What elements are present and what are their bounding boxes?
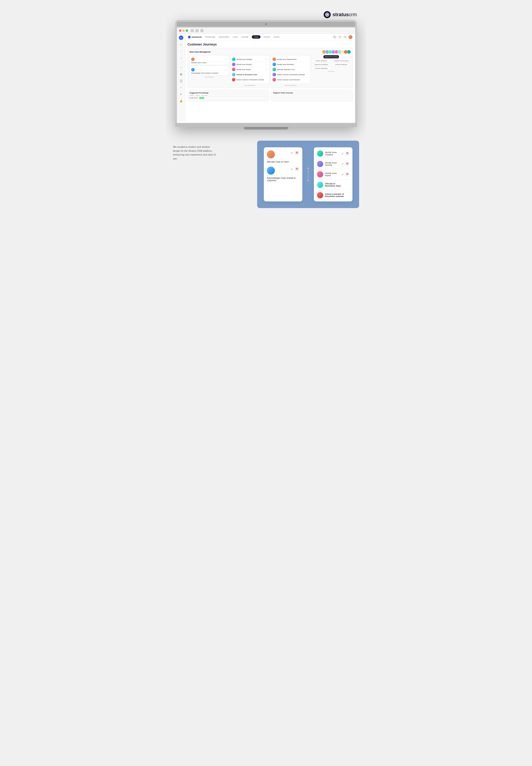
new-case-section: New Case Managment (188, 48, 353, 88)
sidebar-icon-calendar[interactable]: ▪ (179, 85, 183, 89)
detail-task-avatar-2 (317, 161, 323, 167)
ticket-section: Support Ticket Journey (271, 90, 353, 101)
refresh-button[interactable]: ↻ (343, 35, 347, 39)
check-icon-1: ✓ (224, 58, 226, 60)
task-label-issue-impact: Identify Issue Impact (237, 69, 264, 70)
crm-brand-dot (188, 36, 191, 38)
detail-card-label-1: Allocate Case to User! (267, 160, 299, 163)
detail-description: We created a modern and intuitive design… (173, 145, 217, 160)
laptop-stand (244, 127, 288, 129)
detail-cal-icon-2: 📅 (294, 166, 299, 171)
laptop-camera-bar (177, 22, 355, 27)
detail-task-cal-1: 📅 (345, 151, 349, 156)
task-avatar-12 (272, 78, 276, 81)
crm-app-layout: S ⇧ ↑ ☆ + ▦ 📋 ▪ ➤ 🔔 (177, 34, 355, 121)
detail-task-avatar-3 (317, 171, 323, 177)
detail-icons-2: ✓ 📅 (291, 166, 299, 171)
brand-logo (324, 11, 331, 18)
task-label-deps: Identify Issue Dependencies (277, 59, 309, 60)
sidebar-icon-layout[interactable]: ▦ (179, 72, 183, 76)
user-avatar[interactable] (348, 35, 352, 39)
knowledge-table-header: Subject Status Start Date (190, 95, 267, 97)
detail-task-check-3: ✓ (342, 173, 344, 176)
col-new-tasks: Request Processing Problem Resolution Cu… (312, 55, 351, 86)
connector-dots (307, 168, 309, 181)
acknowledge-card: ✓ ▪ Acknowledge Case receipt to customer… (190, 66, 229, 75)
task-label-issue-sev: Identify Issue Severity (237, 64, 264, 65)
sidebar-icon-book[interactable]: 📋 (179, 79, 183, 83)
detail-card-label-2: Acknowledge Case receipt to customer! (267, 177, 299, 182)
check-icon-4: ✓ (265, 63, 266, 65)
check-icon-5: ✓ (265, 68, 266, 70)
task-dots-4: ··· (307, 74, 309, 76)
task-allocate-team: Allocate to Resolution Team ··· (232, 72, 268, 77)
detail-task-label-5: Advise Customer of Resolution estimate (325, 193, 345, 198)
maximize-button[interactable] (186, 29, 188, 32)
crm-sidebar: S ⇧ ↑ ☆ + ▦ 📋 ▪ ➤ 🔔 (177, 34, 185, 121)
team-avatars (322, 50, 351, 54)
task-label-issue-cat: Identify Issue Category (237, 59, 264, 60)
detail-task-cal-2: 📅 (345, 162, 349, 166)
detail-task-dots-2: ··· (347, 194, 349, 197)
nav-icons: 🔍 ↗ ↻ (333, 35, 352, 39)
detail-task-item-4: Allocate to Resolution Team ··· (317, 182, 349, 190)
sidebar-icon-share[interactable]: ⇧ (179, 43, 183, 47)
task-issue-cat: Identify Issue Category ✓ ▪ (232, 57, 268, 62)
task-label-allocate: Allocate Case to User! (191, 62, 227, 63)
close-button[interactable] (179, 29, 181, 32)
detail-check-icon-2: ✓ (291, 167, 293, 171)
node-customer-notif: Customer Notification (332, 63, 351, 66)
minimize-button[interactable] (182, 29, 185, 32)
task-issue-deps: Identify Issue Dependencies (272, 57, 309, 62)
detail-tasks-list: Identify Issue Category ✓ 📅 Identify Iss… (317, 150, 349, 198)
cal-icon-1: ▪ (227, 59, 227, 60)
nav-reports[interactable]: Reports (264, 35, 270, 39)
sidebar-icon-star[interactable]: ☆ (179, 56, 183, 60)
detail-task-label-2: Identify Issue Severity (325, 162, 340, 166)
nav-calendar[interactable]: Calendar (241, 35, 248, 39)
sidebar-icon-send[interactable]: ➤ (179, 92, 183, 96)
task-label-est: Estimate Resolution Time (277, 69, 306, 70)
task-avatar-2 (191, 68, 195, 71)
macos-btn-3 (200, 29, 203, 32)
task-label-resolved: Advise Customer Issue Resolved (277, 79, 309, 80)
detail-card-header-2: ✓ 📅 (267, 166, 299, 174)
new-case-header: New Case Managment (190, 50, 351, 54)
sidebar-icon-upload[interactable]: ↑ (179, 49, 183, 53)
sidebar-icon-add[interactable]: + (179, 65, 183, 69)
detail-card-issues: Identify Issue Category ✓ 📅 Identify Iss… (314, 147, 352, 202)
detail-task-icons-1: ✓ 📅 (342, 151, 349, 156)
sidebar-icon-bell[interactable]: 🔔 (179, 99, 183, 103)
nav-cases[interactable]: Cases (252, 35, 260, 39)
nav-relationship[interactable]: Relationship (205, 35, 215, 39)
share-button[interactable]: ↗ (338, 35, 342, 39)
task-avatar-8 (272, 57, 276, 61)
conn-line (308, 170, 308, 179)
nav-leads[interactable]: Leads (233, 35, 238, 39)
detail-task-check-2: ✓ (342, 162, 344, 165)
nav-opportunities[interactable]: Opportunities (219, 35, 229, 39)
nav-quotes[interactable]: Quotes (274, 35, 280, 39)
laptop-camera (265, 23, 267, 25)
laptop-section: stratuscrm (166, 0, 366, 136)
col-status: Status (196, 95, 199, 96)
cal-icon-4: ▪ (268, 64, 268, 65)
detail-task-avatar-4 (317, 182, 323, 188)
status-badge-1: Active (199, 97, 204, 99)
detail-task-item-1: Identify Issue Category ✓ 📅 (317, 150, 349, 158)
detail-task-item-5: Advise Customer of Resolution estimate ·… (317, 192, 349, 198)
col-start-date: Start Date (201, 95, 207, 96)
node-satisfaction: Customer Satisfaction (312, 67, 331, 70)
search-button[interactable]: 🔍 (333, 35, 336, 39)
detail-task-item-2: Identify Issue Severity ✓ 📅 (317, 161, 349, 169)
task-avatar-10 (272, 68, 276, 71)
conn-dot-2 (307, 180, 309, 181)
task-label-acknowledge: Acknowledge Case receipt to customer! (191, 72, 227, 74)
crm-content-area: Customer Journeys New Case Managment (185, 40, 355, 121)
task-issue-res: Identify Issue Resolution (272, 62, 309, 67)
task-label-advise-est: Advise Customer of Resolution Estimate (277, 74, 306, 75)
cal-icon-2: ▪ (227, 69, 227, 70)
detail-check-icon-1: ✓ (291, 151, 293, 154)
issue-tasks-card: Identify Issue Category ✓ ▪ Identify Iss… (230, 55, 270, 84)
node-testing: Testing and Verification (312, 63, 331, 66)
